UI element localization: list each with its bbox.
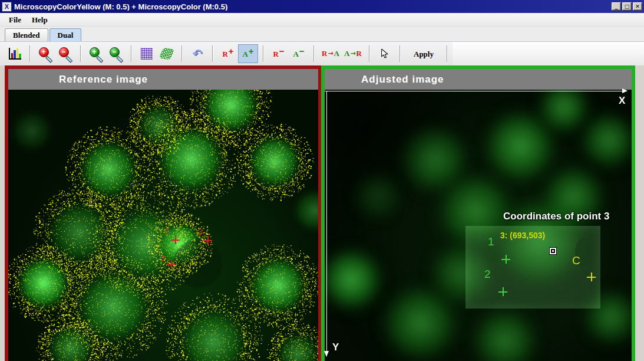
r-plus-icon: R+ <box>222 48 233 59</box>
menu-file[interactable]: File <box>4 14 27 25</box>
application-window: X MicroscopyColorYellow (M: 0.5) + Micro… <box>0 0 644 361</box>
toolbar-separator <box>447 45 448 62</box>
adjusted-image[interactable]: X Y Coordinates of point 3 3: (693,503) … <box>325 90 632 361</box>
adjusted-microscopy-canvas[interactable] <box>325 90 632 361</box>
apply-button-label: Apply <box>408 50 440 58</box>
reference-point-label-2: 2 <box>161 254 166 262</box>
close-button[interactable]: ✕ <box>633 2 642 11</box>
warped-grid-button[interactable] <box>157 44 177 63</box>
warped-grid-icon <box>159 47 175 60</box>
add-reference-point-button[interactable]: R+ <box>218 44 238 63</box>
reference-image[interactable]: 1 3 2 <box>8 90 318 361</box>
adjusted-point-label-c: C <box>572 255 580 266</box>
toolbar-filler <box>453 42 644 65</box>
selected-point-coordinates: 3: (693,503) <box>500 231 545 239</box>
zoom-in-adjusted-button[interactable]: + <box>86 44 106 63</box>
a-to-r-icon: A→R <box>344 49 362 58</box>
reference-panel: Reference image 1 3 2 <box>5 65 322 361</box>
title-bar: X MicroscopyColorYellow (M: 0.5) + Micro… <box>0 0 644 13</box>
zoom-out-adjusted-button[interactable]: − <box>106 44 126 63</box>
zoom-in-green-icon: + <box>89 47 104 61</box>
remove-adjusted-point-button[interactable]: A− <box>289 44 309 63</box>
histogram-button[interactable] <box>5 44 25 63</box>
apply-button[interactable]: Apply <box>405 44 442 63</box>
reference-point-cross-3[interactable] <box>203 236 212 245</box>
a-plus-icon: A+ <box>242 48 253 59</box>
cursor-arrow-icon <box>381 49 389 59</box>
a-minus-icon: A− <box>293 48 304 59</box>
adjusted-point-label-1: 1 <box>488 236 494 247</box>
reference-point-cross-2[interactable] <box>167 260 176 268</box>
toolbar-separator <box>181 45 183 62</box>
toolbar-separator <box>263 45 264 62</box>
adjusted-panel: Adjusted image X Y Coordinates of point … <box>321 65 635 361</box>
tab-bar: Blended Dual <box>0 27 644 41</box>
adjusted-point-cross-c[interactable] <box>587 273 596 281</box>
adjusted-point-label-2: 2 <box>484 268 491 280</box>
copy-reference-to-adjusted-button[interactable]: R→A <box>319 44 342 63</box>
toolbar-separator <box>212 45 213 62</box>
mouse-cursor-dot <box>550 248 556 254</box>
zoom-out-red-icon: − <box>58 47 73 61</box>
r-to-a-icon: R→A <box>322 49 339 58</box>
undo-button[interactable]: ↶ <box>187 44 207 63</box>
reference-panel-header: Reference image <box>8 69 318 90</box>
x-axis-label: X <box>619 96 625 106</box>
select-pointer-button[interactable] <box>375 44 395 63</box>
window-controls: _ □ ✕ <box>612 2 642 11</box>
r-minus-icon: R− <box>273 48 284 59</box>
tab-dual[interactable]: Dual <box>49 28 82 41</box>
zoom-out-green-icon: − <box>109 47 124 61</box>
reference-microscopy-canvas[interactable] <box>8 90 318 361</box>
x-axis-arrow <box>325 91 627 91</box>
toolbar-separator <box>80 45 81 62</box>
coordinates-tooltip: Coordinates of point 3 <box>503 211 609 221</box>
adjusted-panel-header: Adjusted image <box>325 69 632 90</box>
reference-point-cross-1[interactable] <box>171 235 180 244</box>
minimize-button[interactable]: _ <box>612 2 621 11</box>
menu-bar: File Help <box>0 13 644 27</box>
window-title: MicroscopyColorYellow (M: 0.5) + Microsc… <box>14 3 612 11</box>
zoom-in-red-icon: + <box>38 47 53 61</box>
copy-adjusted-to-reference-button[interactable]: A→R <box>342 44 364 63</box>
toolbar-separator <box>313 45 315 62</box>
histogram-icon <box>9 48 21 60</box>
toolbar-separator <box>369 45 370 62</box>
undo-icon: ↶ <box>193 48 203 60</box>
menu-help[interactable]: Help <box>27 14 53 25</box>
app-icon: X <box>2 2 12 12</box>
reference-panel-title: Reference image <box>59 74 148 84</box>
toolbar-separator <box>29 45 31 62</box>
regular-grid-button[interactable] <box>137 44 157 63</box>
adjusted-point-cross-1[interactable] <box>501 255 510 264</box>
toolbar: + − + − ↶ <box>0 41 644 65</box>
toolbar-separator <box>399 45 401 62</box>
adjusted-point-cross-2[interactable] <box>498 287 507 296</box>
tab-blended[interactable]: Blended <box>5 28 48 41</box>
remove-reference-point-button[interactable]: R− <box>269 44 289 63</box>
adjusted-panel-title: Adjusted image <box>361 74 444 84</box>
reference-point-label-3: 3 <box>198 227 203 236</box>
y-axis-label: Y <box>332 342 339 352</box>
maximize-button[interactable]: □ <box>622 2 632 11</box>
add-adjusted-point-button[interactable]: A+ <box>238 44 258 63</box>
reference-point-label-1: 1 <box>165 227 170 235</box>
toolbar-separator <box>131 45 132 62</box>
zoom-in-reference-button[interactable]: + <box>35 44 55 63</box>
y-axis-arrow <box>326 91 327 356</box>
zoom-out-reference-button[interactable]: − <box>55 44 75 63</box>
grid-icon <box>141 48 153 60</box>
